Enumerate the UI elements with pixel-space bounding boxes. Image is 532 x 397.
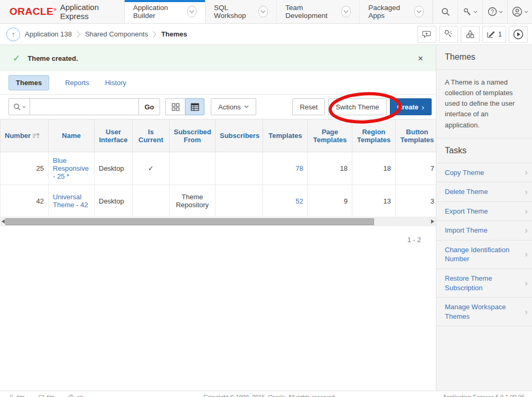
table-row: 25 Blue Responsive - 25 * Desktop ✓ 78 1… <box>1 152 436 185</box>
search-input[interactable] <box>30 98 139 115</box>
column-header-templates[interactable]: Templates <box>263 119 308 152</box>
run-application-button[interactable] <box>509 26 528 43</box>
go-button[interactable]: Go <box>139 98 160 115</box>
tab-themes[interactable]: Themes <box>8 75 49 90</box>
task-copy-theme[interactable]: Copy Theme› <box>436 163 532 183</box>
footer-user-name: tim <box>17 394 25 397</box>
chevron-down-icon <box>499 11 503 13</box>
chevron-down-icon <box>22 106 26 108</box>
tab-team-development[interactable]: Team Development <box>277 0 360 23</box>
registered-mark: ® <box>53 7 57 12</box>
task-label: Import Theme <box>445 226 488 234</box>
chevron-down-icon <box>524 11 528 13</box>
create-button[interactable]: Create › <box>390 98 432 115</box>
search-button[interactable] <box>433 0 458 23</box>
theme-name-link[interactable]: Universal Theme - 42 <box>53 193 88 209</box>
task-restore-theme-subscription[interactable]: Restore Theme Subscription› <box>436 269 532 298</box>
table-header-row: Number Name User Interface Is Current Su… <box>1 119 436 152</box>
scroll-left-arrow[interactable] <box>2 219 5 224</box>
task-change-identification-number[interactable]: Change Identification Number› <box>436 241 532 269</box>
cell-is-current-check: ✓ <box>133 152 170 185</box>
edit-page-number: 1 <box>498 30 502 38</box>
user-account-menu-button[interactable] <box>507 0 532 23</box>
feedback-button[interactable] <box>417 26 436 43</box>
column-header-subscribers[interactable]: Subscribers <box>216 119 263 152</box>
cell-is-current-check <box>133 185 170 217</box>
templates-count-link[interactable]: 78 <box>296 164 303 172</box>
icon-view-toggle[interactable] <box>165 98 185 115</box>
column-header-user-interface[interactable]: User Interface <box>95 119 133 152</box>
tab-sql-workshop[interactable]: SQL Workshop <box>206 0 277 23</box>
chevron-right-icon: › <box>525 248 528 261</box>
cell-region-templates: 13 <box>352 185 396 217</box>
column-header-page-templates[interactable]: Page Templates <box>308 119 352 152</box>
task-import-theme[interactable]: Import Theme› <box>436 221 532 241</box>
up-level-button[interactable]: ↑ <box>6 27 20 41</box>
help-menu-button[interactable]: ? <box>482 0 507 23</box>
footer-workspace-name: tim <box>47 394 55 397</box>
tab-application-builder[interactable]: Application Builder <box>124 0 206 23</box>
scrollbar-thumb[interactable] <box>5 218 374 225</box>
reset-label: Reset <box>300 103 318 111</box>
search-column-selector[interactable] <box>8 98 30 115</box>
edit-page-button[interactable]: 1 <box>482 26 506 43</box>
cell-number: 42 <box>1 185 49 217</box>
task-delete-theme[interactable]: Delete Theme› <box>436 182 532 202</box>
chevron-right-icon: › <box>525 277 528 289</box>
search-icon <box>13 103 21 111</box>
column-header-button-templates[interactable]: Button Templates <box>396 119 436 152</box>
global-icon-buttons: ? <box>433 0 532 23</box>
edit-pencil-icon <box>487 30 496 39</box>
switch-theme-button[interactable]: Switch Theme <box>328 98 386 115</box>
utilities-button[interactable] <box>439 26 458 43</box>
templates-count-link[interactable]: 52 <box>296 197 303 205</box>
user-icon <box>8 394 14 397</box>
column-header-region-templates[interactable]: Region Templates <box>352 119 396 152</box>
tab-label: Packaged Apps <box>368 4 409 20</box>
horizontal-scrollbar <box>0 217 436 226</box>
task-label: Manage Workspace Themes <box>445 303 506 320</box>
task-export-theme[interactable]: Export Theme› <box>436 202 532 221</box>
chevron-right-icon: › <box>525 186 528 198</box>
cell-page-templates: 18 <box>308 152 352 185</box>
footer-user: tim <box>8 394 25 397</box>
globe-icon <box>68 394 74 397</box>
tab-history[interactable]: History <box>105 79 126 87</box>
cell-subscribed-from: Theme Repository <box>170 185 216 217</box>
chevron-down-icon <box>244 105 249 108</box>
breadcrumb-shared-components[interactable]: Shared Components <box>85 30 148 38</box>
themes-report-table: Number Name User Interface Is Current Su… <box>0 119 436 217</box>
chevron-right-icon: › <box>525 225 528 237</box>
success-check-icon: ✓ <box>13 53 20 64</box>
tab-reports[interactable]: Reports <box>65 79 89 87</box>
close-message-icon[interactable]: × <box>418 54 423 63</box>
tab-packaged-apps[interactable]: Packaged Apps <box>360 0 433 23</box>
view-toggles <box>165 98 204 115</box>
report-view-toggle[interactable] <box>185 98 204 115</box>
theme-name-link[interactable]: Blue Responsive - 25 * <box>53 156 89 180</box>
content-tabs: Themes Reports History <box>0 71 436 95</box>
pagination-label: 1 - 2 <box>0 226 436 244</box>
user-icon <box>512 6 522 17</box>
chevron-right-icon: › <box>525 167 528 179</box>
column-header-name[interactable]: Name <box>49 119 95 152</box>
column-header-subscribed-from[interactable]: Subscribed From <box>170 119 216 152</box>
task-manage-workspace-themes[interactable]: Manage Workspace Themes› <box>436 298 532 326</box>
shared-components-button[interactable] <box>461 26 480 43</box>
breadcrumb-application[interactable]: Application 138 <box>25 30 72 38</box>
play-icon <box>513 29 524 40</box>
column-header-number[interactable]: Number <box>1 119 49 152</box>
shapes-icon <box>465 30 475 39</box>
task-label: Delete Theme <box>445 188 488 196</box>
workspace-icon <box>39 394 44 397</box>
footer-session-info: tim tim en <box>8 394 83 397</box>
scroll-right-arrow[interactable] <box>431 219 434 224</box>
administration-menu-button[interactable] <box>458 0 482 23</box>
chevron-down-icon <box>187 6 197 17</box>
reset-button[interactable]: Reset <box>292 98 325 115</box>
task-label: Restore Theme Subscription <box>445 274 492 292</box>
success-message-text: Theme created. <box>27 54 78 62</box>
actions-menu-button[interactable]: Actions <box>211 98 256 115</box>
column-header-is-current[interactable]: Is Current <box>133 119 170 152</box>
breadcrumb-bar: ↑ Application 138 Shared Components Them… <box>0 24 532 45</box>
